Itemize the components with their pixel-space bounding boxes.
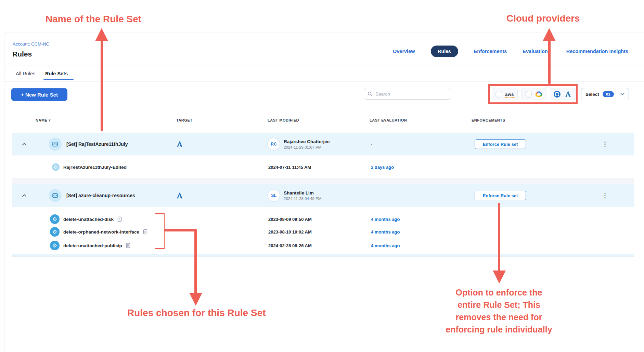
last-evaluation-empty: -: [371, 193, 372, 198]
enforce-rule-set-button[interactable]: Enforce Rule set: [475, 139, 526, 149]
rule-icon: [52, 163, 60, 171]
group-separator: [12, 178, 634, 184]
top-nav: Overview Rules Enforcements Evaluations …: [393, 46, 628, 57]
rules-page: Account: CCM-NG Rules Overview Rules Enf…: [0, 0, 644, 352]
azure-target-icon: [176, 140, 184, 148]
left-panel-border: [4, 33, 4, 352]
rule-set-name-cell[interactable]: [Set] azure-cleanup-resources: [49, 189, 135, 202]
rule-row[interactable]: delete-unattached-disk: [50, 214, 122, 224]
rule-last-modified: 2024-07-11 11:45 AM: [268, 165, 311, 170]
annotation-box-cloud-providers: [488, 84, 578, 104]
modified-by-name: Rajarshee Chatterjee: [284, 139, 330, 144]
azure-target-icon: [176, 191, 184, 200]
rule-row[interactable]: RajTestAzure11thJuly-Edited: [52, 163, 127, 171]
annotation-rules-chosen: Rules chosen for this Rule Set: [127, 307, 266, 318]
modified-at: 2024-11-28 04:49 PM: [284, 197, 321, 201]
row-menu-kebab-icon[interactable]: ⋮: [602, 192, 608, 199]
tab-rule-sets[interactable]: Rule Sets: [45, 71, 68, 76]
rule-last-modified: 2023-08-10 10:02 AM: [268, 229, 312, 235]
rule-last-evaluation-link[interactable]: 4 months ago: [371, 229, 400, 235]
col-header-last-modified: LAST MODIFIED: [268, 118, 299, 122]
modified-by-name: Shantelle Lim: [284, 190, 321, 196]
annotation-cloud-providers: Cloud providers: [506, 13, 580, 24]
copy-icon[interactable]: [117, 216, 122, 222]
select-label: Select: [585, 92, 599, 97]
row-menu-kebab-icon[interactable]: ⋮: [602, 141, 608, 147]
annotation-arrow-down: [189, 293, 202, 306]
rule-set-icon: [49, 138, 62, 151]
select-count-badge: 01: [603, 91, 614, 97]
modified-by-avatar: SL: [267, 189, 280, 202]
rule-icon: [50, 227, 60, 237]
annotation-arrow-up: [543, 28, 556, 41]
rule-last-evaluation-link[interactable]: 2 days ago: [371, 165, 394, 170]
modified-by-avatar: RC: [267, 138, 280, 151]
annotation-elbow-horizontal: [164, 229, 197, 231]
rule-icon: [50, 214, 60, 224]
table-bottom-strip: [12, 254, 634, 257]
last-evaluation-empty: -: [371, 142, 372, 147]
enforce-rule-set-button[interactable]: Enforce Rule set: [475, 191, 526, 200]
nav-overview[interactable]: Overview: [393, 49, 415, 54]
rule-last-modified: 2023-08-09 09:50 AM: [268, 217, 312, 222]
rule-name: RajTestAzure11thJuly-Edited: [63, 165, 127, 170]
rule-set-name: [Set] RajTestAzure11thJuly: [66, 141, 128, 147]
nav-evaluations[interactable]: Evaluations: [523, 49, 550, 54]
chevron-down-icon: [620, 93, 624, 96]
rule-last-evaluation-link[interactable]: 4 months ago: [371, 243, 400, 248]
collapse-chevron-icon[interactable]: [21, 141, 27, 147]
col-header-target: TARGET: [176, 118, 192, 122]
annotation-arrow-down: [493, 271, 506, 284]
select-dropdown[interactable]: Select 01: [581, 88, 629, 100]
rule-name: delete-unattached-publicip: [63, 243, 122, 248]
collapse-chevron-icon[interactable]: [21, 192, 27, 199]
nav-recommendation-insights[interactable]: Recommendation Insights: [566, 49, 628, 54]
annotation-arrow-shaft: [101, 40, 103, 131]
account-breadcrumb[interactable]: Account: CCM-NG: [13, 41, 50, 47]
rule-set-name: [Set] azure-cleanup-resources: [66, 193, 135, 198]
search-box[interactable]: [364, 88, 451, 100]
rule-last-evaluation-link[interactable]: 4 months ago: [371, 217, 400, 222]
annotation-arrow-shaft: [498, 203, 500, 271]
rule-set-icon: [49, 189, 62, 202]
nav-rules-active[interactable]: Rules: [431, 46, 458, 57]
rule-name: delete-unattached-disk: [63, 217, 114, 222]
search-input[interactable]: [375, 91, 448, 97]
search-icon: [368, 91, 373, 97]
annotation-arrow-shaft: [548, 40, 551, 84]
new-rule-set-button[interactable]: + New Rule Set: [11, 88, 67, 101]
rule-row[interactable]: delete-orphaned-network-interface: [50, 227, 147, 237]
rule-row[interactable]: delete-unattached-publicip: [50, 241, 130, 250]
copy-icon[interactable]: [143, 229, 147, 235]
modified-by-cell: Rajarshee Chatterjee 2024-11-29 01:07 PM: [284, 139, 330, 149]
modified-by-cell: Shantelle Lim 2024-11-28 04:49 PM: [284, 190, 321, 201]
copy-icon[interactable]: [126, 243, 130, 248]
col-header-enforcements: ENFORCEMENTS: [472, 118, 505, 122]
rule-name: delete-orphaned-network-interface: [63, 229, 139, 235]
col-header-last-evaluation: LAST EVALUATION: [370, 118, 407, 122]
tab-all-rules[interactable]: All Rules: [16, 71, 35, 76]
sort-desc-icon[interactable]: ▾: [49, 118, 51, 122]
rule-set-name-cell[interactable]: [Set] RajTestAzure11thJuly: [49, 138, 128, 151]
annotation-enforce-note: Option to enforce the entire Rule Set; T…: [441, 286, 557, 336]
annotation-elbow-vertical: [194, 229, 197, 293]
annotation-name-of-rule-set: Name of the Rule Set: [46, 14, 141, 25]
col-header-name[interactable]: NAME ▾: [36, 118, 51, 123]
page-title: Rules: [12, 50, 32, 58]
annotation-bracket-bottom: [155, 248, 165, 249]
annotation-bracket-top: [155, 213, 165, 214]
annotation-arrow-up: [95, 28, 108, 41]
rule-icon: [50, 241, 60, 250]
nav-enforcements[interactable]: Enforcements: [474, 49, 507, 54]
modified-at: 2024-11-29 01:07 PM: [284, 145, 330, 149]
rule-last-modified: 2024-02-28 08:26 AM: [268, 243, 312, 248]
active-tab-underline: [43, 79, 74, 80]
